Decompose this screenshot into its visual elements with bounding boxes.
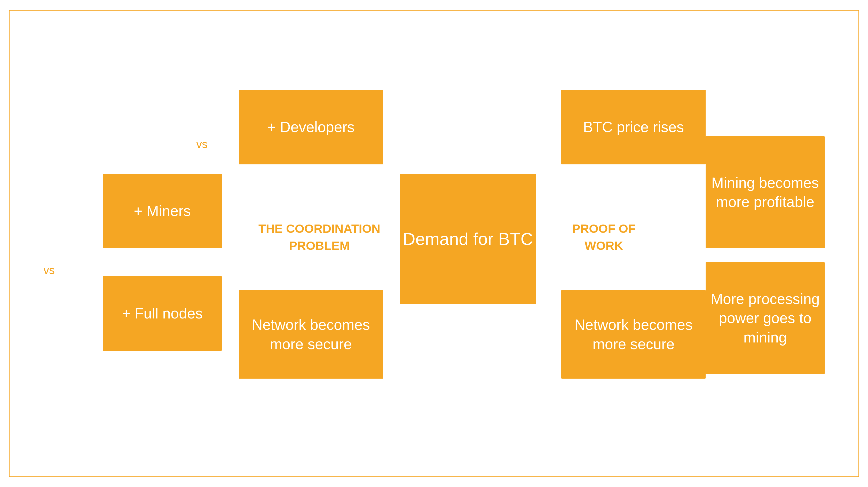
vs-top-label: vs	[196, 136, 208, 152]
network-secure-right-label: Network becomes more secure	[563, 315, 704, 354]
miners-box: + Miners	[103, 174, 221, 248]
network-secure-left-box: Network becomes more secure	[239, 290, 383, 379]
btc-price-label: BTC price rises	[583, 118, 684, 136]
network-secure-right-box: Network becomes more secure	[561, 290, 706, 379]
full-nodes-box: + Full nodes	[103, 276, 221, 351]
full-nodes-label: + Full nodes	[122, 304, 203, 323]
developers-label: + Developers	[267, 118, 354, 136]
coordination-label: THE COORDINATION PROBLEM	[256, 220, 383, 254]
mining-profitable-box: Mining becomes more profitable	[706, 136, 825, 248]
network-secure-left-label: Network becomes more secure	[241, 315, 381, 354]
proof-of-work-label: PROOF OF WORK	[553, 220, 655, 254]
outer-border: + Developers + Miners + Full nodes Netwo…	[9, 10, 860, 478]
proof-of-work-text: PROOF OF WORK	[572, 222, 636, 252]
vs-bottom-label: vs	[43, 262, 55, 278]
miners-label: + Miners	[134, 201, 191, 220]
demand-btc-label: Demand for BTC	[403, 228, 533, 250]
btc-price-box: BTC price rises	[561, 90, 706, 164]
more-processing-box: More processing power goes to mining	[706, 262, 825, 374]
vs-bottom-text: vs	[43, 264, 55, 277]
vs-top-text: vs	[196, 138, 208, 151]
more-processing-label: More processing power goes to mining	[708, 289, 822, 347]
coordination-text: THE COORDINATION PROBLEM	[258, 222, 380, 252]
mining-profitable-label: Mining becomes more profitable	[708, 173, 822, 212]
diagram: + Developers + Miners + Full nodes Netwo…	[9, 10, 859, 477]
demand-btc-box: Demand for BTC	[400, 174, 536, 304]
developers-box: + Developers	[239, 90, 383, 164]
